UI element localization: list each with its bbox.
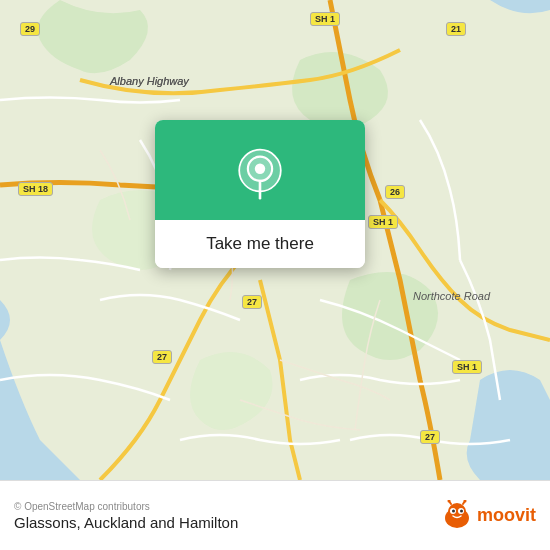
bottom-bar: © OpenStreetMap contributors Glassons, A… <box>0 480 550 550</box>
popup-card: Take me there <box>155 120 365 268</box>
sh1-br-shield: SH 1 <box>452 360 482 374</box>
osm-credit: © OpenStreetMap contributors <box>14 501 238 512</box>
sh18-shield: SH 18 <box>18 182 53 196</box>
map-container: Albany Highway Albany Highway Northcote … <box>0 0 550 480</box>
location-title: Glassons, Auckland and Hamilton <box>14 514 238 531</box>
moovit-mascot-icon <box>441 500 473 532</box>
sh27-bl-shield: 27 <box>152 350 172 364</box>
sh27-mid-shield: 27 <box>242 295 262 309</box>
sh21-shield: 21 <box>446 22 466 36</box>
svg-point-8 <box>452 509 455 512</box>
sh26-shield: 26 <box>385 185 405 199</box>
moovit-text: moovit <box>477 505 536 526</box>
sh29-shield: 29 <box>20 22 40 36</box>
moovit-logo: moovit <box>441 500 536 532</box>
sh1-top-shield: SH 1 <box>310 12 340 26</box>
take-me-there-button[interactable]: Take me there <box>155 220 365 268</box>
sh27-br-shield: 27 <box>420 430 440 444</box>
bottom-left-section: © OpenStreetMap contributors Glassons, A… <box>14 501 238 531</box>
location-pin-icon <box>234 148 286 200</box>
svg-point-3 <box>255 164 265 174</box>
sh1-mid-shield: SH 1 <box>368 215 398 229</box>
albany-highway-label-text: Albany Highway <box>110 75 189 87</box>
popup-green-section <box>155 120 365 220</box>
svg-point-9 <box>460 509 463 512</box>
northcote-road-label: Northcote Road <box>413 290 490 302</box>
